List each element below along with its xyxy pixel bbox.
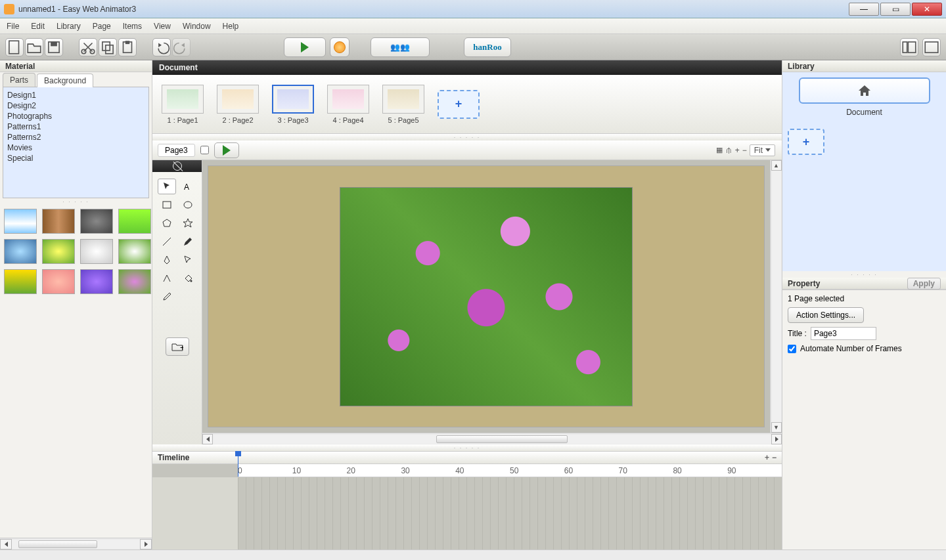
thumbnail[interactable]: [42, 209, 75, 234]
export-button[interactable]: [330, 37, 349, 57]
new-button[interactable]: [5, 38, 24, 56]
pen-tool[interactable]: [158, 252, 176, 268]
thumbnail[interactable]: [118, 239, 151, 264]
canvas[interactable]: [208, 165, 765, 427]
brand-button[interactable]: hanRoo: [464, 37, 511, 57]
category-list[interactable]: Design1 Design2 Photographs Patterns1 Pa…: [3, 87, 149, 198]
category-item[interactable]: Design1: [7, 90, 145, 100]
add-page-button[interactable]: +: [438, 90, 480, 119]
menu-items[interactable]: Items: [123, 22, 142, 31]
layout-full-button[interactable]: [922, 38, 941, 56]
timeline-remove-icon[interactable]: −: [772, 453, 777, 462]
page-thumb-1[interactable]: [162, 85, 204, 114]
snap-icon[interactable]: ⫛: [725, 146, 732, 154]
pencil-tool[interactable]: [179, 234, 197, 249]
category-item[interactable]: Special: [7, 153, 145, 163]
paste-button[interactable]: [118, 38, 137, 56]
menu-edit[interactable]: Edit: [31, 22, 45, 31]
timeline-ruler[interactable]: 0 10 20 30 40 50 60 70 80 90: [238, 464, 782, 477]
thumbnail[interactable]: [4, 209, 37, 234]
group-action-button[interactable]: 👥👥: [371, 37, 430, 57]
page-thumb-5[interactable]: [382, 85, 424, 114]
scroll-right-icon[interactable]: [771, 434, 782, 444]
canvas-hscrollbar[interactable]: [202, 433, 782, 444]
menu-help[interactable]: Help: [223, 22, 239, 31]
tab-parts[interactable]: Parts: [3, 73, 35, 87]
import-folder-button[interactable]: +: [166, 337, 189, 356]
text-tool[interactable]: A: [179, 179, 197, 194]
cut-button[interactable]: [79, 38, 97, 56]
category-item[interactable]: Photographs: [7, 111, 145, 121]
open-button[interactable]: [25, 38, 43, 56]
menu-file[interactable]: File: [7, 22, 19, 31]
eyedropper-tool[interactable]: [158, 289, 176, 305]
maximize-button[interactable]: ▭: [880, 3, 911, 16]
category-item[interactable]: Movies: [7, 142, 145, 153]
menu-view[interactable]: View: [154, 22, 171, 31]
rectangle-tool[interactable]: [158, 197, 176, 213]
page-thumb-3[interactable]: [272, 85, 314, 114]
category-item[interactable]: Patterns1: [7, 121, 145, 132]
visibility-toggle[interactable]: [152, 160, 202, 172]
scroll-up-icon[interactable]: ▲: [771, 160, 782, 171]
polygon-tool[interactable]: [158, 215, 176, 231]
direct-select-tool[interactable]: [179, 252, 197, 268]
play-button[interactable]: [284, 37, 326, 57]
library-add-button[interactable]: +: [788, 129, 824, 155]
menu-library[interactable]: Library: [56, 22, 81, 31]
auto-frames-checkbox[interactable]: Automate Number of Frames: [788, 344, 941, 353]
current-page-name[interactable]: Page3: [158, 144, 195, 157]
redo-button[interactable]: [172, 38, 191, 56]
title-input[interactable]: [811, 327, 876, 340]
thumbnail[interactable]: [80, 269, 113, 294]
copy-button[interactable]: [99, 38, 117, 56]
layout-columns-button[interactable]: [900, 38, 918, 56]
scroll-left-icon[interactable]: [202, 434, 213, 444]
grid-icon[interactable]: ▦: [716, 146, 723, 154]
menu-window[interactable]: Window: [183, 22, 211, 31]
thumbnail[interactable]: [118, 269, 151, 294]
scroll-left-icon[interactable]: [0, 539, 12, 549]
menu-page[interactable]: Page: [93, 22, 111, 31]
left-hscrollbar[interactable]: [0, 538, 152, 549]
line-tool[interactable]: [158, 234, 176, 249]
thumbnail[interactable]: [118, 209, 151, 234]
auto-frames-input[interactable]: [788, 345, 796, 353]
thumbnail[interactable]: [80, 209, 113, 234]
canvas-vscrollbar[interactable]: ▲ ▼: [770, 160, 782, 433]
category-item[interactable]: Patterns2: [7, 132, 145, 142]
canvas-image[interactable]: [340, 187, 633, 406]
zoom-in-icon[interactable]: +: [735, 146, 740, 155]
star-tool[interactable]: [179, 215, 197, 231]
category-item[interactable]: Design2: [7, 100, 145, 111]
anchor-tool[interactable]: [158, 270, 176, 286]
scroll-thumb[interactable]: [18, 540, 97, 548]
page-thumb-2[interactable]: [217, 85, 259, 114]
timeline-tracks[interactable]: [152, 477, 782, 549]
page-checkbox[interactable]: [200, 146, 209, 154]
zoom-select[interactable]: Fit: [750, 144, 775, 156]
thumbnail[interactable]: [42, 269, 75, 294]
page-play-button[interactable]: [214, 142, 239, 158]
bucket-tool[interactable]: [179, 270, 197, 286]
tab-background[interactable]: Background: [37, 74, 93, 87]
library-document-button[interactable]: [799, 77, 930, 104]
action-settings-button[interactable]: Action Settings...: [788, 307, 864, 323]
zoom-out-icon[interactable]: −: [742, 146, 747, 155]
save-button[interactable]: [45, 38, 63, 56]
ellipse-tool[interactable]: [179, 197, 197, 213]
close-button[interactable]: ✕: [912, 3, 942, 16]
thumbnail[interactable]: [80, 239, 113, 264]
page-thumb-4[interactable]: [327, 85, 369, 114]
scroll-right-icon[interactable]: [140, 539, 152, 549]
apply-button[interactable]: Apply: [907, 278, 941, 290]
scroll-down-icon[interactable]: ▼: [771, 422, 782, 433]
thumbnail[interactable]: [4, 269, 37, 294]
select-tool[interactable]: [158, 179, 176, 194]
thumbnail[interactable]: [42, 239, 75, 264]
scroll-thumb[interactable]: [436, 435, 568, 443]
undo-button[interactable]: [152, 38, 171, 56]
minimize-button[interactable]: —: [849, 3, 879, 16]
thumbnail[interactable]: [4, 239, 37, 264]
timeline-add-icon[interactable]: +: [765, 453, 769, 462]
